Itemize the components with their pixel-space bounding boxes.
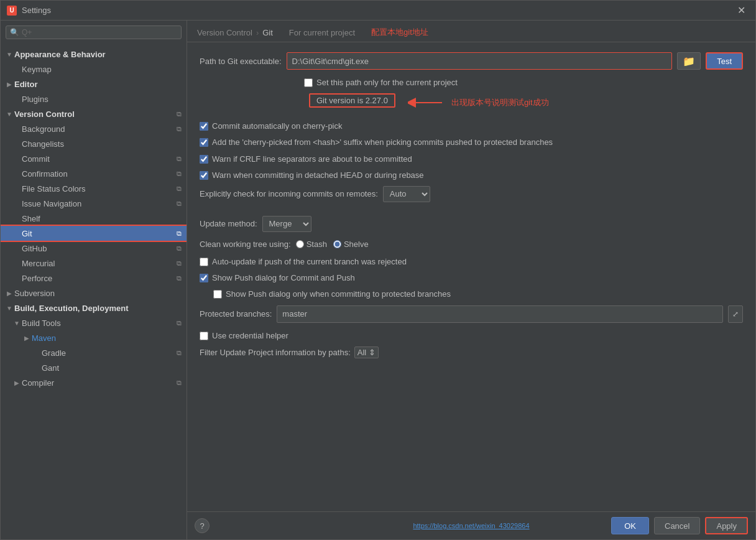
ok-button[interactable]: OK <box>611 517 649 534</box>
auto-update-checkbox[interactable] <box>200 258 208 266</box>
cherry-hash-checkbox[interactable] <box>200 138 208 147</box>
sidebar-item-label: Gradle <box>42 348 174 358</box>
path-input[interactable] <box>287 52 673 70</box>
checkbox-cherry-hash: Add the 'cherry-picked from <hash>' suff… <box>200 137 743 148</box>
breadcrumb-annotation: 配置本地git地址 <box>371 27 428 38</box>
sidebar-item-github[interactable]: GitHub ⧉ <box>1 241 187 256</box>
sidebar-item-subversion[interactable]: ▶ Subversion <box>1 286 187 300</box>
sidebar-item-keymap[interactable]: Keymap <box>1 62 187 77</box>
sidebar-item-label: Editor <box>14 80 182 89</box>
clean-working-tree-row: Clean working tree using: Stash Shelve <box>200 240 743 249</box>
shelve-radio[interactable] <box>333 240 341 248</box>
detached-head-checkbox[interactable] <box>200 171 208 180</box>
filter-row: Filter Update Project information by pat… <box>200 347 743 358</box>
filter-spinner[interactable]: All ⇕ <box>354 347 379 358</box>
stash-radio[interactable] <box>296 240 304 248</box>
update-method-row: Update method: Merge Rebase <box>200 216 743 232</box>
page-icon: ⧉ <box>177 230 182 238</box>
auto-update-label: Auto-update if push of the current branc… <box>212 256 407 268</box>
sidebar-item-gant[interactable]: Gant <box>1 360 187 375</box>
folder-button[interactable]: 📁 <box>677 52 701 70</box>
checkbox-credential-helper: Use credential helper <box>200 330 743 342</box>
sidebar-item-git[interactable]: Git ⧉ <box>1 226 187 241</box>
path-label: Path to Git executable: <box>200 57 282 66</box>
arrow-svg <box>408 93 445 112</box>
page-icon: ⧉ <box>177 170 182 178</box>
checkbox-show-push: Show Push dialog for Commit and Push <box>200 272 743 284</box>
expand-icon: ▶ <box>6 81 13 88</box>
apply-button[interactable]: Apply <box>705 517 748 534</box>
search-input[interactable] <box>22 28 177 37</box>
crlf-checkbox[interactable] <box>200 155 208 164</box>
detached-head-label: Warn when committing in detached HEAD or… <box>212 170 424 181</box>
breadcrumb-for-current: For current project <box>289 28 355 37</box>
set-path-only-checkbox[interactable] <box>304 78 313 87</box>
shelve-radio-label[interactable]: Shelve <box>333 240 369 249</box>
sidebar-item-compiler[interactable]: ▶ Compiler ⧉ <box>1 375 187 390</box>
test-button[interactable]: Test <box>706 52 743 70</box>
close-button[interactable]: ✕ <box>734 3 749 17</box>
expand-icon: ▼ <box>6 111 13 118</box>
cherry-pick-label: Commit automatically on cherry-pick <box>212 121 343 132</box>
sidebar-item-shelf[interactable]: Shelf <box>1 211 187 226</box>
page-icon: ⧉ <box>177 319 182 327</box>
page-icon: ⧉ <box>177 200 182 208</box>
sidebar-item-confirmation[interactable]: Confirmation ⧉ <box>1 166 187 181</box>
clean-radio-group: Stash Shelve <box>296 240 369 249</box>
sidebar-item-appearance[interactable]: ▼ Appearance & Behavior <box>1 47 187 62</box>
update-method-select[interactable]: Merge Rebase <box>262 216 311 232</box>
expand-button[interactable]: ⤢ <box>728 305 743 323</box>
arrow-annotation-text: 出现版本号说明测试git成功 <box>451 97 549 108</box>
show-push-checkbox[interactable] <box>200 274 208 282</box>
sidebar-item-gradle[interactable]: Gradle ⧉ <box>1 345 187 360</box>
sidebar-item-mercurial[interactable]: Mercurial ⧉ <box>1 256 187 271</box>
sidebar-item-commit[interactable]: Commit ⧉ <box>1 151 187 166</box>
sidebar-item-label: Compiler <box>22 378 174 388</box>
sidebar-item-maven[interactable]: ▶ Maven <box>1 330 187 345</box>
git-version-area: Git version is 2.27.0 出现版本号说明测试git成功 <box>304 93 743 112</box>
sidebar-item-label: Version Control <box>14 109 174 119</box>
sidebar-item-label: File Status Colors <box>22 184 174 193</box>
cherry-pick-checkbox[interactable] <box>200 122 208 131</box>
arrow-annotation-area: 出现版本号说明测试git成功 <box>408 93 549 112</box>
sidebar-item-perforce[interactable]: Perforce ⧉ <box>1 271 187 286</box>
crlf-label: Warn if CRLF line separators are about t… <box>212 154 412 165</box>
search-box[interactable]: 🔍 <box>6 26 182 39</box>
page-icon: ⧉ <box>177 185 182 193</box>
sidebar-item-background[interactable]: Background ⧉ <box>1 121 187 136</box>
window-title: Settings <box>22 6 734 15</box>
page-icon: ⧉ <box>177 155 182 163</box>
expand-icon: ▶ <box>13 379 21 386</box>
page-icon: ⧉ <box>177 244 182 253</box>
content-area: 🔍 ▼ Appearance & Behavior Keymap ▶ Edito… <box>1 21 755 539</box>
sidebar-item-editor[interactable]: ▶ Editor <box>1 77 187 91</box>
sidebar-item-build-exec-deploy[interactable]: ▼ Build, Execution, Deployment <box>1 300 187 315</box>
sidebar-item-issue-navigation[interactable]: Issue Navigation ⧉ <box>1 196 187 211</box>
settings-area: Path to Git executable: 📁 Test Set this … <box>187 42 755 511</box>
cancel-button[interactable]: Cancel <box>654 517 700 534</box>
stash-radio-label[interactable]: Stash <box>296 240 327 249</box>
push-protected-checkbox[interactable] <box>213 290 222 299</box>
sidebar-item-build-tools[interactable]: ▼ Build Tools ⧉ <box>1 315 187 330</box>
update-method-label: Update method: <box>200 219 257 228</box>
page-icon: ⧉ <box>177 274 182 282</box>
explicitly-select[interactable]: Auto Always Never <box>383 186 430 202</box>
sidebar-item-plugins[interactable]: Plugins <box>1 91 187 106</box>
credential-helper-checkbox[interactable] <box>200 332 208 340</box>
checkbox-auto-update: Auto-update if push of the current branc… <box>200 256 743 268</box>
csdn-link[interactable]: https://blog.csdn.net/weixin_43029864 <box>413 522 529 529</box>
git-version-box: Git version is 2.27.0 <box>304 93 395 108</box>
sidebar-item-changelists[interactable]: Changelists <box>1 136 187 151</box>
page-icon: ⧉ <box>177 379 182 387</box>
explicitly-row: Explicitly check for incoming commits on… <box>200 186 743 202</box>
protected-branches-input[interactable] <box>277 305 723 323</box>
sidebar-item-label: Keymap <box>22 65 182 74</box>
sidebar-item-label: Gant <box>42 363 182 373</box>
sidebar: 🔍 ▼ Appearance & Behavior Keymap ▶ Edito… <box>1 21 187 539</box>
help-button[interactable]: ? <box>195 518 210 533</box>
credential-helper-label: Use credential helper <box>212 330 288 342</box>
sidebar-item-file-status-colors[interactable]: File Status Colors ⧉ <box>1 181 187 196</box>
sidebar-item-version-control[interactable]: ▼ Version Control ⧉ <box>1 106 187 121</box>
sidebar-tree: ▼ Appearance & Behavior Keymap ▶ Editor … <box>1 44 187 539</box>
path-field-row: Path to Git executable: 📁 Test <box>200 52 743 70</box>
